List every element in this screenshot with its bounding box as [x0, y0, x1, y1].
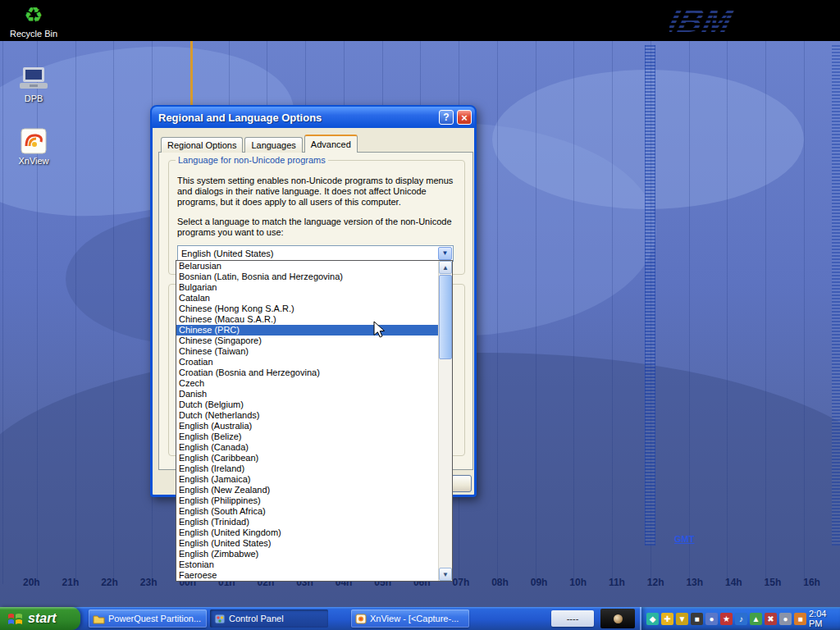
language-option[interactable]: Bosnian (Latin, Bosnia and Herzegovina) [176, 272, 438, 282]
taskbar: start PowerQuest Partition... Control Pa… [0, 607, 840, 630]
hour-label: 08h [491, 577, 509, 588]
scrollbar-track[interactable] [439, 274, 452, 568]
groupbox-title: Language for non-Unicode programs [176, 155, 328, 165]
tab-languages[interactable]: Languages [244, 137, 302, 153]
xnview-icon [20, 128, 48, 154]
language-option[interactable]: Danish [176, 389, 438, 399]
task-scheduler-icon[interactable]: ★ [720, 613, 733, 625]
language-option[interactable]: Belarusian [176, 261, 438, 272]
laptop-icon [19, 66, 48, 92]
arrow-down-icon: ▼ [442, 571, 449, 578]
folder-icon [93, 614, 105, 624]
xnview-task-icon [355, 614, 367, 624]
update-icon[interactable]: ▼ [676, 613, 688, 625]
power-icon[interactable]: ■ [794, 613, 806, 625]
highlight-meridian-line [190, 41, 193, 108]
language-option[interactable]: Dutch (Belgium) [176, 399, 438, 410]
language-option[interactable]: English (Canada) [176, 442, 438, 453]
hour-label: 14h [725, 577, 742, 588]
tab-advanced[interactable]: Advanced [304, 135, 358, 153]
combobox-dropdown-button[interactable]: ▼ [438, 247, 452, 260]
language-bar-icon[interactable]: ● [779, 613, 792, 625]
language-option[interactable]: English (Trinidad) [176, 517, 438, 527]
description-text-1: This system setting enables non-Unicode … [177, 176, 454, 208]
close-button[interactable]: × [457, 110, 472, 125]
scroll-down-button[interactable]: ▼ [439, 568, 452, 581]
close-icon: × [461, 112, 468, 124]
desktop-icon-label: Recycle Bin [7, 29, 61, 39]
top-black-band: IBM [0, 0, 840, 41]
language-option[interactable]: Croatian (Bosnia and Herzegovina) [176, 368, 438, 378]
language-option[interactable]: English (Belize) [176, 431, 438, 442]
language-option[interactable]: English (Australia) [176, 421, 438, 431]
arrow-up-icon: ▲ [442, 264, 449, 272]
language-option[interactable]: Chinese (Hong Kong S.A.R.) [176, 304, 438, 314]
display-settings-icon[interactable]: ● [705, 613, 718, 625]
language-option[interactable]: English (South Africa) [176, 506, 438, 517]
language-option[interactable]: English (Jamaica) [176, 474, 438, 485]
hour-label: 13h [686, 577, 703, 588]
taskbar-item-mini[interactable]: ---- [551, 610, 594, 627]
language-option[interactable]: English (Zimbabwe) [176, 549, 438, 559]
system-tray: ◆✚▼■●★♪▲✖●■ 2:04 PM [640, 607, 840, 630]
taskbar-dark-panel[interactable] [600, 609, 635, 628]
language-combobox[interactable]: English (United States) ▼ [177, 245, 454, 262]
language-option[interactable]: English (Philippines) [176, 495, 438, 506]
language-option[interactable]: English (Ireland) [176, 463, 438, 474]
scroll-up-button[interactable]: ▲ [439, 261, 452, 274]
language-option[interactable]: Czech [176, 378, 438, 389]
control-panel-icon [214, 614, 226, 624]
dialog-titlebar[interactable]: Regional and Language Options ? × [152, 107, 475, 128]
combobox-value: English (United States) [181, 249, 274, 258]
taskbar-item-powerquest[interactable]: PowerQuest Partition... [89, 609, 207, 628]
dialog-title: Regional and Language Options [152, 112, 439, 124]
hour-label: 20h [23, 577, 40, 588]
dialog-tabs: Regional Options Languages Advanced [161, 135, 359, 153]
network-icon[interactable]: ■ [691, 613, 703, 625]
windows-flag-icon [7, 612, 23, 626]
scrollbar-thumb[interactable] [439, 275, 452, 359]
tab-regional-options[interactable]: Regional Options [161, 137, 243, 153]
volume-icon[interactable]: ♪ [735, 613, 747, 625]
language-option[interactable]: Faeroese [176, 570, 438, 581]
desktop-icon-xnview[interactable]: XnView [7, 128, 61, 166]
hour-label: 12h [647, 577, 664, 588]
language-option[interactable]: Dutch (Netherlands) [176, 410, 438, 421]
hour-label: 16h [803, 577, 820, 588]
hour-label: 10h [569, 577, 587, 588]
desktop-icon-dpb[interactable]: DPB [7, 66, 61, 103]
messenger-icon[interactable]: ▲ [750, 613, 762, 625]
non-unicode-groupbox: Language for non-Unicode programs This s… [168, 160, 465, 275]
language-option[interactable]: Croatian [176, 357, 438, 368]
graphics-driver-icon[interactable]: ◆ [646, 613, 659, 625]
remove-hardware-icon[interactable]: ✖ [765, 613, 777, 625]
antivirus-shield-icon[interactable]: ✚ [661, 613, 673, 625]
language-option[interactable]: English (Caribbean) [176, 453, 438, 463]
tray-icons: ◆✚▼■●★♪▲✖●■ [646, 613, 806, 625]
language-option[interactable]: Chinese (Singapore) [176, 336, 438, 346]
recycle-bin-icon: ♻ [7, 2, 61, 27]
language-option[interactable]: English (New Zealand) [176, 485, 438, 495]
taskbar-item-xnview[interactable]: XnView - [<Capture-... [351, 609, 469, 628]
taskbar-item-control-panel[interactable]: Control Panel [210, 609, 328, 628]
hour-label: 11h [609, 577, 625, 588]
desktop-icon-label: DPB [7, 94, 61, 103]
ibm-logo-stripes [669, 1, 768, 40]
hour-label: 09h [531, 577, 548, 588]
language-option[interactable]: English (United States) [176, 538, 438, 549]
language-option[interactable]: English (United Kingdom) [176, 527, 438, 538]
dark-panel-icon [614, 614, 623, 623]
language-option[interactable]: Catalan [176, 293, 438, 304]
language-option[interactable]: Estonian [176, 559, 438, 570]
hour-label: 22h [101, 577, 118, 588]
taskbar-clock[interactable]: 2:04 PM [809, 609, 835, 628]
hour-label: 23h [140, 577, 158, 588]
edge-hatch-band [832, 45, 840, 546]
help-button[interactable]: ? [439, 110, 454, 125]
language-option[interactable]: Chinese (PRC) [176, 325, 438, 336]
language-option[interactable]: Chinese (Macau S.A.R.) [176, 314, 438, 325]
language-option[interactable]: Chinese (Taiwan) [176, 346, 438, 357]
language-option[interactable]: Bulgarian [176, 282, 438, 293]
start-button[interactable]: start [0, 607, 80, 630]
desktop-icon-recycle-bin[interactable]: ♻ Recycle Bin [7, 2, 61, 39]
